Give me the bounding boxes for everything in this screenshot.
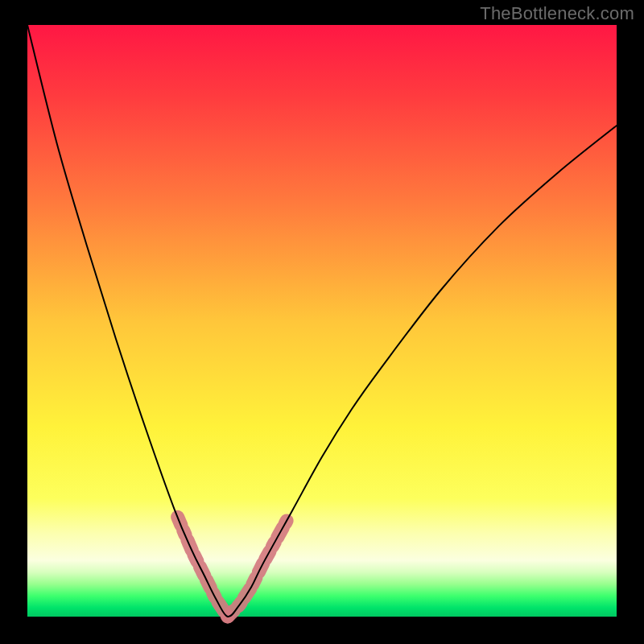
bottleneck-chart — [0, 0, 644, 644]
chart-frame: TheBottleneck.com — [0, 0, 644, 644]
watermark-text: TheBottleneck.com — [480, 3, 634, 24]
plot-background — [27, 25, 617, 617]
